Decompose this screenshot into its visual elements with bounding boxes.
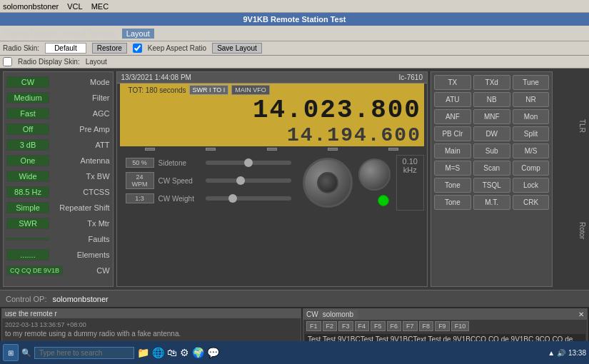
btn-mnf[interactable]: MNF	[473, 109, 510, 124]
cw-f5[interactable]: F5	[371, 321, 386, 331]
cw-f6[interactable]: F6	[387, 321, 402, 331]
txbw-value[interactable]: Wide	[6, 171, 49, 182]
cwspeed-slider[interactable]	[206, 178, 291, 183]
filter-label: Filter	[92, 93, 109, 102]
btn-pbclr[interactable]: PB Clr	[434, 126, 471, 141]
repeater-value[interactable]: Simple	[6, 202, 49, 213]
btn-mon[interactable]: Mon	[513, 109, 550, 124]
start-button[interactable]: ⊞	[3, 344, 19, 361]
cw-f8[interactable]: F8	[419, 321, 434, 331]
btn-anf[interactable]: ANF	[434, 109, 471, 124]
att-value[interactable]: 3 dB	[6, 139, 49, 151]
cw-f2[interactable]: F2	[323, 321, 338, 331]
filter-value[interactable]: Medium	[6, 92, 49, 103]
khz-display: 0.10 kHz	[396, 155, 424, 211]
taskbar-icon-chrome[interactable]: 🌍	[192, 347, 204, 358]
cwweight-row: 1:3 CW Weight	[126, 193, 291, 203]
btn-meqs[interactable]: M=S	[434, 161, 471, 176]
btn-main[interactable]: Main	[434, 143, 471, 158]
window-title: 9V1KB Remote Station Test	[243, 15, 346, 24]
menu-layout[interactable]: Layout	[122, 29, 154, 39]
btn-dw[interactable]: DW	[473, 126, 510, 141]
elements-label: Elements	[77, 251, 110, 259]
radio-controls	[117, 146, 427, 152]
btn-lock[interactable]: Lock	[513, 178, 550, 193]
cw-f7[interactable]: F7	[403, 321, 418, 331]
btn-tune[interactable]: Tune	[513, 75, 550, 90]
btn-split[interactable]: Split	[513, 126, 550, 141]
restore-button[interactable]: Restore	[92, 43, 127, 54]
menu-vcl[interactable]: VCL	[67, 2, 82, 11]
taskbar-icon-store[interactable]: 🛍	[167, 347, 177, 358]
lower-header-text: use the remote r	[5, 310, 57, 318]
cw-f10[interactable]: F10	[451, 321, 470, 331]
ctcss-value[interactable]: 88.5 Hz	[6, 186, 49, 198]
radio-btn-5[interactable]	[388, 148, 398, 151]
agc-value[interactable]: Fast	[6, 108, 49, 119]
param-repeater: Simple Repeater Shift	[6, 201, 110, 215]
main-vfo-button[interactable]: MAIN VFO	[231, 85, 270, 95]
cw-f3[interactable]: F3	[338, 321, 353, 331]
btn-crk[interactable]: CRK	[513, 195, 550, 210]
taskbar-system-icons: ▲ 🔊	[548, 349, 565, 357]
param-txbw: Wide Tx BW	[6, 169, 110, 183]
cw-f9[interactable]: F9	[435, 321, 450, 331]
taskbar-icon-edge[interactable]: 🌐	[152, 347, 164, 358]
btn-tx[interactable]: TX	[434, 75, 471, 90]
btn-atu[interactable]: ATU	[434, 92, 471, 107]
btn-mt[interactable]: M.T.	[473, 195, 510, 210]
menu-mec[interactable]: MEC	[91, 2, 109, 11]
taskbar-icon-folder[interactable]: 📁	[137, 347, 149, 358]
sidetone-slider[interactable]	[206, 161, 291, 165]
btn-ms[interactable]: M/S	[513, 143, 550, 158]
main-tuning-knob[interactable]	[303, 158, 353, 208]
cw-tab[interactable]: solomonb	[318, 310, 358, 319]
radio-btn-2[interactable]	[206, 148, 216, 151]
cwspeed-row: 24 WPM CW Speed	[126, 172, 291, 189]
btn-txd[interactable]: TXd	[473, 75, 510, 90]
btn-sub[interactable]: Sub	[473, 143, 510, 158]
radio-display: 13/3/2021 1:44:08 PM Ic-7610 TOT: 180 se…	[116, 71, 428, 287]
radio-display-checkbox[interactable]	[3, 57, 12, 66]
antenna-label: Antenna	[81, 156, 110, 165]
cw-f4[interactable]: F4	[355, 321, 370, 331]
cwweight-slider[interactable]	[206, 196, 291, 201]
menu-control-devices[interactable]: Control Devices	[3, 29, 59, 38]
antenna-value[interactable]: One	[6, 155, 49, 166]
btn-scan[interactable]: Scan	[473, 161, 510, 176]
btn-tone2[interactable]: Tone	[434, 195, 471, 210]
btn-nb[interactable]: NB	[473, 92, 510, 107]
elements-value[interactable]: .......	[6, 249, 49, 261]
taskbar-search[interactable]	[34, 347, 134, 359]
cw-value[interactable]: CQ CQ DE 9V1B	[6, 266, 63, 275]
radio-btn-4[interactable]	[328, 148, 338, 151]
btn-nr[interactable]: NR	[513, 92, 550, 107]
side-controls	[358, 158, 391, 208]
cw-close[interactable]: ✕	[578, 310, 584, 318]
btn-tsql[interactable]: TSQL	[473, 178, 510, 193]
radio-btn-3[interactable]	[267, 148, 277, 151]
cwspeed-name: CW Speed	[158, 177, 201, 185]
control-op-value: solomonbstoner	[52, 295, 108, 303]
control-op-label: Control OP:	[6, 295, 46, 303]
preamp-value[interactable]: Off	[6, 123, 49, 135]
btn-tone[interactable]: Tone	[434, 178, 471, 193]
taskbar: ⊞ 🔍 📁 🌐 🛍 ⚙ 🌍 💬 ▲ 🔊 13:38	[0, 341, 589, 364]
sub-tuning-knob[interactable]	[358, 158, 391, 191]
mode-value[interactable]: CW	[6, 76, 49, 88]
faults-value[interactable]	[6, 238, 49, 241]
save-layout-button[interactable]: Save Layout	[212, 43, 262, 54]
freq-main[interactable]: 14.023.800	[123, 96, 421, 125]
agc-label: AGC	[93, 109, 110, 118]
taskbar-icon-settings[interactable]: ⚙	[180, 347, 189, 358]
txbw-label: Tx BW	[86, 172, 110, 181]
btn-comp[interactable]: Comp	[513, 161, 550, 176]
cw-f1[interactable]: F1	[306, 321, 321, 331]
radio-btn-1[interactable]	[145, 148, 155, 151]
freq-sub[interactable]: 14.194.600	[123, 125, 421, 147]
txmtr-value[interactable]: SWR	[6, 218, 49, 229]
taskbar-icon-discord[interactable]: 💬	[207, 347, 219, 358]
keep-aspect-checkbox[interactable]	[133, 44, 142, 53]
param-filter: Medium Filter	[6, 91, 110, 105]
menu-virtual-devices[interactable]: Virtual Devices	[64, 29, 116, 38]
